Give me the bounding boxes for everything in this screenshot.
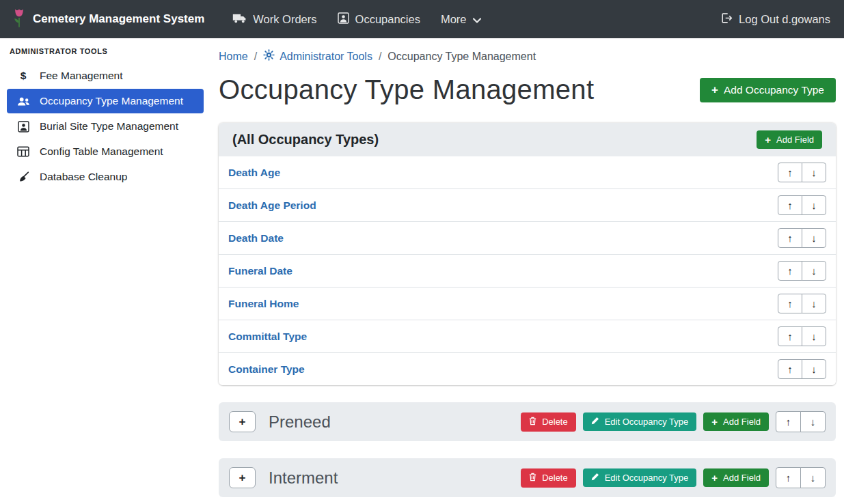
delete-button[interactable]: Delete — [521, 468, 576, 488]
logout-button[interactable]: Log Out d.gowans — [720, 12, 830, 27]
app-title: Cemetery Management System — [33, 12, 204, 26]
move-down-button[interactable]: ↓ — [800, 411, 826, 432]
field-row: Container Type ↑ ↓ — [219, 353, 836, 385]
sidebar-item-label: Burial Site Type Management — [40, 120, 178, 132]
sidebar-item-label: Occupancy Type Management — [40, 95, 183, 107]
broom-icon — [16, 171, 31, 183]
arrow-up-icon: ↑ — [787, 331, 793, 342]
move-up-button[interactable]: ↑ — [776, 467, 801, 488]
breadcrumb-home-link[interactable]: Home — [219, 51, 248, 63]
sidebar-item-label: Database Cleanup — [40, 171, 127, 183]
move-up-button[interactable]: ↑ — [778, 163, 802, 182]
nav-work-orders[interactable]: Work Orders — [232, 13, 316, 26]
all-occupancy-types-card: (All Occupancy Types) + Add Field Death … — [219, 123, 836, 385]
field-row: Death Date ↑ ↓ — [219, 222, 836, 255]
arrow-down-icon: ↓ — [811, 199, 817, 211]
move-up-button[interactable]: ↑ — [778, 294, 802, 313]
move-down-button[interactable]: ↓ — [802, 359, 826, 379]
plus-icon: + — [765, 135, 771, 145]
plus-icon: + — [239, 471, 246, 485]
tulip-logo-icon — [12, 8, 26, 31]
section-title: Interment — [269, 468, 338, 488]
add-occupancy-type-label: Add Occupancy Type — [724, 84, 824, 96]
arrow-down-icon: ↓ — [811, 265, 817, 277]
section-actions: Delete Edit Occupancy Type + Add Field ↑ — [521, 411, 826, 432]
add-field-button[interactable]: + Add Field — [757, 130, 822, 149]
sidebar-item-fee-management[interactable]: $ Fee Management — [7, 64, 204, 88]
field-link-funeral-date[interactable]: Funeral Date — [228, 265, 292, 277]
breadcrumb-admin-tools-link[interactable]: Administrator Tools — [263, 49, 372, 64]
breadcrumb-admin-tools-label: Administrator Tools — [280, 51, 372, 63]
app-brand[interactable]: Cemetery Management System — [12, 8, 204, 31]
main-content: Home / Ad — [210, 38, 844, 504]
sidebar-item-label: Config Table Management — [40, 145, 163, 158]
field-link-committal-type[interactable]: Committal Type — [228, 331, 307, 343]
add-field-button[interactable]: + Add Field — [703, 412, 769, 431]
edit-occupancy-type-button[interactable]: Edit Occupancy Type — [583, 412, 697, 431]
expand-section-button[interactable]: + — [229, 411, 256, 432]
move-up-button[interactable]: ↑ — [778, 228, 802, 248]
nav-occupancies[interactable]: Occupancies — [338, 12, 420, 27]
move-down-button[interactable]: ↓ — [802, 228, 826, 248]
table-icon — [16, 146, 31, 157]
sidebar-item-config-table-management[interactable]: Config Table Management — [7, 139, 204, 164]
add-occupancy-type-button[interactable]: + Add Occupancy Type — [700, 78, 836, 102]
plus-icon: + — [711, 417, 718, 427]
reorder-buttons: ↑ ↓ — [778, 163, 826, 182]
delete-button[interactable]: Delete — [521, 412, 576, 432]
plus-icon: + — [711, 84, 718, 96]
arrow-up-icon: ↑ — [787, 298, 793, 309]
move-up-button[interactable]: ↑ — [778, 359, 802, 379]
sidebar-item-burial-site-type-management[interactable]: Burial Site Type Management — [7, 114, 204, 139]
field-row: Death Age ↑ ↓ — [219, 156, 836, 189]
edit-occupancy-type-button[interactable]: Edit Occupancy Type — [583, 468, 697, 487]
nav-label: More — [441, 13, 467, 26]
expand-section-button[interactable]: + — [229, 467, 256, 488]
move-down-button[interactable]: ↓ — [802, 163, 826, 182]
section-interment: + Interment Delete — [219, 458, 836, 497]
field-row: Death Age Period ↑ ↓ — [219, 189, 836, 222]
field-link-death-age[interactable]: Death Age — [228, 167, 280, 179]
logout-icon — [720, 12, 733, 27]
nav-more[interactable]: More — [441, 13, 481, 26]
move-up-button[interactable]: ↑ — [778, 326, 802, 346]
field-link-death-age-period[interactable]: Death Age Period — [228, 199, 316, 212]
trash-icon — [529, 417, 536, 428]
sidebar-item-database-cleanup[interactable]: Database Cleanup — [7, 165, 204, 189]
field-link-container-type[interactable]: Container Type — [228, 363, 305, 376]
move-down-button[interactable]: ↓ — [802, 195, 826, 215]
field-row: Funeral Home ↑ ↓ — [219, 288, 836, 320]
edit-label: Edit Occupancy Type — [605, 417, 689, 427]
move-down-button[interactable]: ↓ — [802, 261, 826, 281]
sidebar-item-occupancy-type-management[interactable]: Occupancy Type Management — [7, 89, 204, 113]
arrow-up-icon: ↑ — [787, 199, 793, 211]
move-down-button[interactable]: ↓ — [802, 294, 826, 313]
breadcrumb-separator: / — [379, 51, 381, 63]
move-up-button[interactable]: ↑ — [778, 195, 802, 215]
nav-label: Work Orders — [253, 13, 316, 26]
person-frame-icon — [338, 12, 349, 27]
chevron-down-icon — [473, 13, 481, 26]
move-up-button[interactable]: ↑ — [776, 411, 801, 432]
breadcrumb-current: Occupancy Type Management — [387, 51, 536, 63]
reorder-buttons: ↑ ↓ — [776, 411, 826, 432]
move-down-button[interactable]: ↓ — [800, 467, 826, 488]
arrow-up-icon: ↑ — [786, 472, 791, 484]
arrow-down-icon: ↓ — [811, 331, 817, 342]
sidebar-item-label: Fee Management — [40, 70, 123, 82]
field-link-funeral-home[interactable]: Funeral Home — [228, 298, 299, 310]
card-title: (All Occupancy Types) — [232, 132, 379, 148]
truck-icon — [232, 13, 247, 26]
add-field-label: Add Field — [723, 473, 761, 483]
add-field-button[interactable]: + Add Field — [703, 468, 769, 487]
field-link-death-date[interactable]: Death Date — [228, 232, 284, 244]
move-up-button[interactable]: ↑ — [778, 261, 802, 281]
arrow-down-icon: ↓ — [811, 472, 816, 484]
person-frame-icon — [16, 121, 31, 132]
logout-label: Log Out d.gowans — [739, 13, 830, 26]
reorder-buttons: ↑ ↓ — [778, 228, 826, 248]
reorder-buttons: ↑ ↓ — [776, 467, 826, 488]
move-down-button[interactable]: ↓ — [802, 326, 826, 346]
delete-label: Delete — [542, 473, 568, 483]
dollar-icon: $ — [16, 70, 31, 82]
